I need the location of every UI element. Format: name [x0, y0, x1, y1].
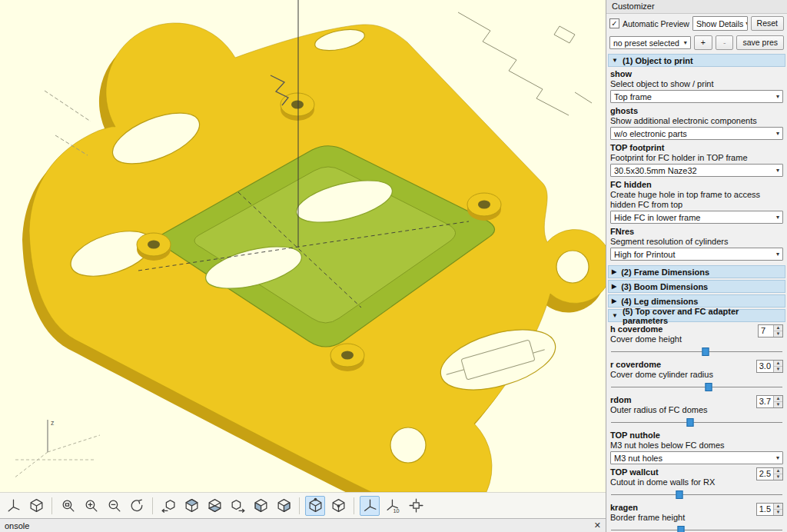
console-panel[interactable]: onsole ✕ — [0, 518, 606, 532]
toolbar-separator — [152, 497, 153, 514]
slider-handle[interactable] — [676, 490, 683, 499]
group-header-boom-dimensions[interactable]: ▶ (3) Boom Dimensions — [608, 280, 785, 293]
spin-down-icon[interactable]: ▼ — [774, 402, 782, 407]
group-header-top-cover[interactable]: ▼ (5) Top cover and FC adapter parameter… — [608, 309, 785, 322]
view-left-icon[interactable] — [158, 496, 178, 516]
view-front-icon[interactable] — [251, 496, 271, 516]
console-close-icon[interactable]: ✕ — [594, 520, 601, 530]
triangle-collapsed-icon: ▶ — [612, 298, 616, 304]
fc-dome — [281, 93, 314, 121]
top-nuthole-dropdown[interactable]: M3 nut holes ▾ — [610, 451, 783, 464]
param-rdom: rdom Outer radius of FC domes 3.7 ▲▼ — [606, 394, 787, 429]
group-header-object-to-print[interactable]: ▼ (1) Object to print — [608, 54, 785, 67]
ghosts-dropdown[interactable]: w/o electronic parts ▾ — [610, 127, 783, 140]
save-preset-button[interactable]: save pres — [736, 35, 784, 50]
param-ghosts: ghosts Show additional electronic compon… — [606, 105, 787, 141]
view-all-icon[interactable] — [406, 496, 426, 516]
chevron-down-icon: ▾ — [776, 251, 779, 258]
rdom-spinbox[interactable]: 3.7 ▲▼ — [756, 395, 783, 408]
triangle-expanded-icon: ▼ — [612, 58, 618, 64]
reset-button[interactable]: Reset — [751, 16, 784, 31]
spin-down-icon[interactable]: ▼ — [774, 474, 782, 480]
group-top-cover: h coverdome Cover dome height 7 ▲▼ — [606, 322, 787, 532]
show-edges-cube-icon[interactable] — [26, 496, 46, 516]
slider-handle[interactable] — [686, 418, 693, 427]
automatic-preview-label: Automatic Preview — [623, 19, 689, 28]
chevron-down-icon: ▾ — [745, 20, 747, 27]
3d-viewport[interactable]: z — [0, 0, 606, 492]
fc-dome — [137, 233, 171, 261]
param-show: show Select object to show / print Top f… — [606, 68, 787, 105]
top-wallcut-slider[interactable] — [610, 490, 783, 500]
param-top-nuthole: TOP nuthole M3 nut holes below FC domes … — [606, 429, 787, 466]
automatic-preview-checkbox[interactable]: ✓ — [609, 18, 619, 28]
add-preset-button[interactable]: + — [694, 35, 712, 50]
show-details-dropdown[interactable]: Show Details ▾ — [692, 16, 748, 31]
spin-up-icon[interactable]: ▲ — [774, 396, 782, 402]
spin-down-icon[interactable]: ▼ — [774, 331, 782, 337]
triangle-expanded-icon: ▼ — [612, 313, 618, 319]
kragen-spinbox[interactable]: 1.5 ▲▼ — [756, 503, 783, 516]
preset-value: no preset selected — [613, 38, 679, 48]
chevron-down-icon: ▾ — [776, 167, 779, 174]
orthogonal-icon[interactable]: 10 — [383, 496, 403, 516]
fnres-dropdown[interactable]: High for Printout ▾ — [610, 248, 783, 261]
spin-up-icon[interactable]: ▲ — [774, 325, 782, 331]
r-coverdome-slider[interactable] — [610, 382, 783, 392]
preset-dropdown[interactable]: no preset selected ▾ — [609, 36, 691, 49]
zoom-in-icon[interactable] — [81, 496, 101, 516]
param-kragen: kragen Border frame height 1.5 ▲▼ — [606, 501, 787, 532]
reset-view-icon[interactable] — [127, 496, 147, 516]
remove-preset-button[interactable]: - — [716, 35, 734, 50]
group-header-leg-dimensions[interactable]: ▶ (4) Leg dimensions — [608, 294, 785, 308]
perspective-icon[interactable] — [360, 496, 380, 516]
spin-up-icon[interactable]: ▲ — [774, 504, 782, 510]
slider-handle[interactable] — [702, 347, 709, 356]
param-top-footprint: TOP footprint Footprint for FC holder in… — [606, 141, 787, 178]
h-coverdome-slider[interactable] — [610, 347, 783, 357]
kragen-slider[interactable] — [610, 525, 783, 532]
view-top-icon[interactable] — [181, 496, 201, 516]
slider-handle[interactable] — [706, 383, 712, 391]
spin-down-icon[interactable]: ▼ — [774, 367, 782, 372]
show-axes-icon[interactable] — [3, 496, 23, 516]
view-center-icon[interactable] — [328, 496, 348, 516]
view-back-icon[interactable] — [274, 496, 294, 516]
zoom-all-icon[interactable] — [58, 496, 78, 516]
top-wallcut-spinbox[interactable]: 2.5 ▲▼ — [756, 467, 783, 480]
view-toolbar: 10 — [0, 492, 606, 518]
fc-dome — [330, 344, 364, 371]
r-coverdome-spinbox[interactable]: 3.0 ▲▼ — [756, 360, 783, 373]
chevron-down-icon: ▾ — [776, 130, 779, 137]
fc-hidden-dropdown[interactable]: Hide FC in lower frame ▾ — [610, 211, 783, 224]
triangle-collapsed-icon: ▶ — [612, 269, 616, 275]
group-header-frame-dimensions[interactable]: ▶ (2) Frame Dimensions — [608, 265, 785, 278]
zoom-out-icon[interactable] — [104, 496, 124, 516]
chevron-down-icon: ▾ — [684, 39, 687, 46]
param-fnres: FNres Segment resolution of cylinders Hi… — [606, 225, 787, 262]
top-footprint-dropdown[interactable]: 30.5x30.5mm Naze32 ▾ — [610, 164, 783, 177]
view-right-icon[interactable] — [227, 496, 247, 516]
spin-down-icon[interactable]: ▼ — [774, 510, 782, 515]
rdom-slider[interactable] — [610, 417, 783, 427]
hole-circle-bottom — [390, 427, 426, 463]
chevron-down-icon: ▾ — [776, 454, 779, 461]
slider-handle[interactable] — [678, 526, 685, 532]
param-h-coverdome: h coverdome Cover dome height 7 ▲▼ — [606, 323, 787, 358]
svg-text:10: 10 — [393, 507, 399, 514]
view-bottom-icon[interactable] — [204, 496, 224, 516]
show-dropdown[interactable]: Top frame ▾ — [610, 90, 783, 103]
customizer-controls: ✓ Automatic Preview Show Details ▾ Reset — [606, 14, 787, 33]
spin-up-icon[interactable]: ▲ — [774, 468, 782, 474]
left-column: z — [0, 0, 606, 532]
hole-circle-right — [556, 251, 589, 283]
fc-dome — [467, 193, 501, 221]
view-diagonal-icon[interactable] — [305, 496, 325, 516]
preset-controls: no preset selected ▾ + - save pres — [606, 33, 787, 52]
h-coverdome-spinbox[interactable]: 7 ▲▼ — [758, 324, 783, 337]
spin-up-icon[interactable]: ▲ — [774, 361, 782, 367]
toolbar-separator — [354, 497, 354, 514]
axis-label-z: z — [51, 419, 55, 427]
param-r-coverdome: r coverdome Cover dome cylinder radius 3… — [606, 358, 787, 394]
toolbar-separator — [51, 497, 52, 514]
